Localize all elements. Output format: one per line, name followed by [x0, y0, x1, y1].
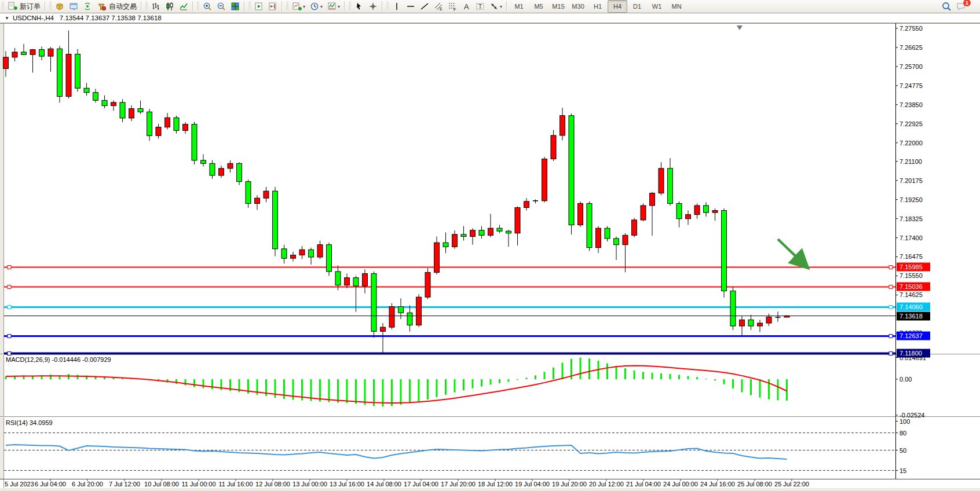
chart-shift-button[interactable]	[266, 0, 280, 13]
search-button[interactable]	[939, 0, 954, 13]
line-handle[interactable]	[8, 266, 11, 269]
chevron-down-icon[interactable]: ▾	[303, 4, 305, 9]
svg-text:24 Jul 16:00: 24 Jul 16:00	[700, 481, 735, 488]
chart-dropdown-icon[interactable]: ▼	[5, 16, 9, 21]
zoom-out-button[interactable]	[214, 0, 228, 13]
timeframe-button-d1[interactable]: D1	[627, 0, 647, 13]
chevron-down-icon[interactable]: ▾	[500, 4, 502, 9]
data-window-icon	[69, 2, 78, 11]
hline-icon	[406, 2, 415, 11]
svg-text:13 Jul 16:00: 13 Jul 16:00	[330, 481, 364, 488]
svg-text:25 Jul 08:00: 25 Jul 08:00	[737, 481, 772, 488]
svg-text:7.15036: 7.15036	[899, 283, 923, 290]
svg-text:T: T	[478, 3, 482, 10]
crosshair-tool-button[interactable]	[366, 0, 380, 13]
line-handle[interactable]	[8, 335, 11, 338]
svg-text:7.22000: 7.22000	[899, 140, 923, 146]
equidistant-channel-tool-button[interactable]: E	[432, 0, 445, 13]
svg-text:20 Jul 12:00: 20 Jul 12:00	[589, 481, 624, 488]
text-label-tool-button[interactable]: T	[473, 0, 487, 13]
vertical-line-tool-button[interactable]	[390, 0, 404, 13]
fibonacci-tool-button[interactable]: F	[445, 0, 459, 13]
toolbar-separator	[192, 1, 193, 12]
current-price-label: 7.13618	[897, 312, 930, 321]
svg-text:7.16475: 7.16475	[899, 253, 923, 260]
zoom-in-icon	[203, 2, 212, 11]
svg-text:17 Jul 20:00: 17 Jul 20:00	[441, 481, 476, 488]
svg-text:7 Jul 12:00: 7 Jul 12:00	[109, 481, 140, 488]
timeframe-button-w1[interactable]: W1	[647, 0, 667, 13]
svg-text:E: E	[440, 7, 443, 11]
chart-shift-icon	[268, 2, 277, 11]
label-icon: T	[476, 2, 485, 11]
svg-text:A: A	[464, 2, 469, 11]
candle-chart-icon	[165, 2, 174, 11]
cursor-tool-button[interactable]	[352, 0, 366, 13]
bar-chart-button[interactable]	[149, 0, 163, 13]
svg-text:7.25700: 7.25700	[899, 63, 923, 70]
data-window-button[interactable]	[67, 0, 81, 13]
arrows-icon	[489, 2, 499, 11]
toolbar: 新订单自动交易▾▾▾EFAT▾M1M5M15M30H1H4D1W1MN1	[0, 0, 980, 13]
svg-text:11 Jul 16:00: 11 Jul 16:00	[218, 481, 253, 488]
timeframe-button-h4[interactable]: H4	[608, 0, 627, 13]
toolbar-grip	[145, 2, 148, 11]
timeframe-button-m1[interactable]: M1	[509, 0, 529, 13]
toolbar-separator	[45, 1, 46, 12]
svg-text:80: 80	[899, 430, 906, 437]
toolbar-separator	[506, 1, 507, 12]
horizontal-line-tool-button[interactable]	[404, 0, 418, 13]
ohlc-quotes-label: 7.13544 7.13637 7.13538 7.13618	[60, 14, 162, 21]
timeframe-button-m15[interactable]: M15	[548, 0, 568, 13]
toolbar-grip	[386, 2, 389, 11]
toolbar-grip	[49, 2, 52, 11]
svg-text:F: F	[454, 8, 456, 11]
timeframe-button-mn[interactable]: MN	[667, 0, 686, 13]
chart-title-bar: ▼ USDCNH-,H4 7.13544 7.13637 7.13538 7.1…	[0, 13, 980, 23]
chevron-down-icon[interactable]: ▾	[338, 4, 340, 9]
chart-area[interactable]: 7.275507.266257.257007.247757.238507.229…	[0, 23, 980, 491]
text-icon: A	[462, 2, 471, 11]
line-chart-button[interactable]	[177, 0, 191, 13]
line-handle[interactable]	[8, 306, 11, 309]
line-handle[interactable]	[889, 352, 893, 356]
toolbar-grip	[248, 2, 251, 11]
zoom-out-icon	[217, 2, 226, 11]
new-order-button-label: 新订单	[20, 2, 41, 12]
indicators-icon	[327, 2, 337, 11]
bar-chart-icon	[151, 2, 160, 11]
trendline-tool-button[interactable]	[418, 0, 432, 13]
text-tool-button[interactable]: A	[459, 0, 473, 13]
candle-chart-button[interactable]	[163, 0, 177, 13]
resistance-line-upper-price-label: 7.15985	[897, 263, 930, 272]
tile-windows-button[interactable]	[228, 0, 242, 13]
arrows-tool-button[interactable]: ▾	[487, 0, 504, 13]
timeframe-button-m5[interactable]: M5	[529, 0, 548, 13]
new-order-button[interactable]: 新订单	[5, 0, 43, 13]
community-chat-button[interactable]: 1	[954, 0, 977, 13]
line-handle[interactable]	[889, 306, 893, 309]
auto-scroll-button[interactable]	[252, 0, 266, 13]
line-handle[interactable]	[8, 352, 11, 356]
svg-text:17 Jul 04:00: 17 Jul 04:00	[404, 481, 438, 488]
toolbar-separator	[382, 1, 383, 12]
line-handle[interactable]	[889, 335, 893, 338]
periods-button[interactable]: ▾	[308, 0, 325, 13]
indicators-button[interactable]: ▾	[325, 0, 342, 13]
autotrade-button[interactable]: 自动交易	[94, 0, 139, 13]
line-handle[interactable]	[889, 266, 893, 269]
timeframe-button-h1[interactable]: H1	[588, 0, 608, 13]
timeframe-button-m30[interactable]: M30	[568, 0, 588, 13]
line-handle[interactable]	[889, 285, 893, 289]
svg-text:7.22925: 7.22925	[899, 120, 923, 127]
chevron-down-icon[interactable]: ▾	[320, 4, 323, 9]
market-watch-button[interactable]	[53, 0, 67, 13]
new-chart-button[interactable]: ▾	[290, 0, 308, 13]
navigator-button[interactable]	[81, 0, 94, 13]
zoom-in-button[interactable]	[200, 0, 214, 13]
svg-text:24 Jul 00:00: 24 Jul 00:00	[663, 481, 698, 488]
svg-text:21 Jul 04:00: 21 Jul 04:00	[626, 481, 661, 488]
svg-text:10 Jul 08:00: 10 Jul 08:00	[144, 481, 179, 488]
line-handle[interactable]	[8, 285, 11, 289]
svg-text:25 Jul 22:00: 25 Jul 22:00	[774, 481, 809, 488]
